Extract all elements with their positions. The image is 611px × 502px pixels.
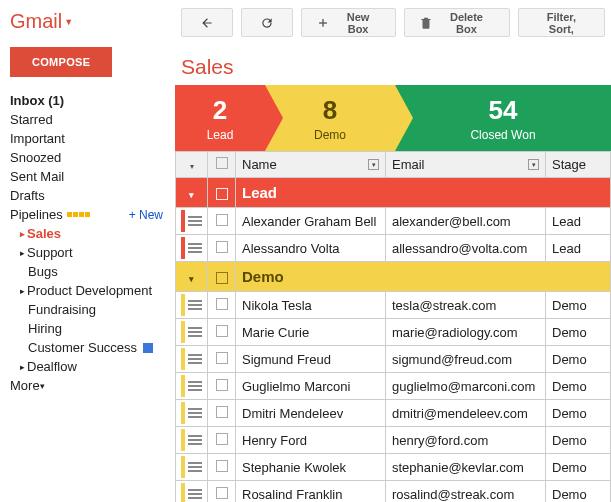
cell-name[interactable]: Nikola Tesla xyxy=(236,292,386,319)
nav-starred[interactable]: Starred xyxy=(10,110,175,129)
header-stage[interactable]: Stage xyxy=(546,152,611,178)
row-handle[interactable] xyxy=(176,208,208,235)
row-checkbox-cell[interactable] xyxy=(208,454,236,481)
cell-stage[interactable]: Demo xyxy=(546,400,611,427)
section-header-demo[interactable]: ▾Demo xyxy=(176,262,611,292)
cell-stage[interactable]: Demo xyxy=(546,319,611,346)
nav-snoozed[interactable]: Snoozed xyxy=(10,148,175,167)
column-menu-icon[interactable]: ▾ xyxy=(368,159,379,170)
nav-drafts[interactable]: Drafts xyxy=(10,186,175,205)
refresh-button[interactable] xyxy=(241,8,293,37)
row-checkbox-cell[interactable] xyxy=(208,235,236,262)
table-row[interactable]: Marie Curiemarie@radiology.comDemo xyxy=(176,319,611,346)
nav-fundraising[interactable]: Fundraising xyxy=(10,300,175,319)
table-row[interactable]: Sigmund Freudsigmund@freud.comDemo xyxy=(176,346,611,373)
cell-email[interactable]: marie@radiology.com xyxy=(386,319,546,346)
row-handle[interactable] xyxy=(176,400,208,427)
table-row[interactable]: Nikola Teslatesla@streak.comDemo xyxy=(176,292,611,319)
cell-email[interactable]: guglielmo@marconi.com xyxy=(386,373,546,400)
row-handle[interactable] xyxy=(176,481,208,503)
compose-button[interactable]: COMPOSE xyxy=(10,47,112,77)
cell-name[interactable]: Alessandro Volta xyxy=(236,235,386,262)
nav-pipelines[interactable]: Pipelines + New xyxy=(10,205,175,224)
back-arrow-icon xyxy=(200,16,214,30)
row-handle[interactable] xyxy=(176,346,208,373)
cell-email[interactable]: henry@ford.com xyxy=(386,427,546,454)
cell-name[interactable]: Sigmund Freud xyxy=(236,346,386,373)
cell-email[interactable]: alexander@bell.com xyxy=(386,208,546,235)
header-email[interactable]: Email▾ xyxy=(386,152,546,178)
table-row[interactable]: Henry Fordhenry@ford.comDemo xyxy=(176,427,611,454)
row-handle[interactable] xyxy=(176,235,208,262)
row-handle[interactable] xyxy=(176,454,208,481)
header-dropdown[interactable]: ▾ xyxy=(176,152,208,178)
new-box-button[interactable]: ＋New Box xyxy=(301,8,396,37)
nav-customersuccess[interactable]: Customer Success xyxy=(10,338,175,357)
cell-stage[interactable]: Demo xyxy=(546,373,611,400)
delete-box-button[interactable]: Delete Box xyxy=(404,8,510,37)
header-name[interactable]: Name▾ xyxy=(236,152,386,178)
table-row[interactable]: Dmitri Mendeleevdmitri@mendeleev.comDemo xyxy=(176,400,611,427)
nav-productdev[interactable]: ▸Product Development xyxy=(10,281,175,300)
row-handle[interactable] xyxy=(176,319,208,346)
column-menu-icon[interactable]: ▾ xyxy=(528,159,539,170)
stage-demo[interactable]: 8 Demo xyxy=(265,85,395,151)
row-checkbox-cell[interactable] xyxy=(208,481,236,503)
cell-name[interactable]: Marie Curie xyxy=(236,319,386,346)
cell-name[interactable]: Dmitri Mendeleev xyxy=(236,400,386,427)
stage-lead[interactable]: 2 Lead xyxy=(175,85,265,151)
table-row[interactable]: Rosalind Franklinrosalind@streak.comDemo xyxy=(176,481,611,503)
cell-name[interactable]: Guglielmo Marconi xyxy=(236,373,386,400)
nav-sales[interactable]: ▸Sales xyxy=(10,224,175,243)
cell-stage[interactable]: Demo xyxy=(546,427,611,454)
row-handle[interactable] xyxy=(176,373,208,400)
table-row[interactable]: Stephanie Kwolekstephanie@kevlar.comDemo xyxy=(176,454,611,481)
stage-closedwon[interactable]: 54 Closed Won xyxy=(395,85,611,151)
cell-stage[interactable]: Demo xyxy=(546,292,611,319)
cell-email[interactable]: allessandro@volta.com xyxy=(386,235,546,262)
row-checkbox-cell[interactable] xyxy=(208,292,236,319)
cell-name[interactable]: Stephanie Kwolek xyxy=(236,454,386,481)
cell-email[interactable]: dmitri@mendeleev.com xyxy=(386,400,546,427)
table-row[interactable]: Alessandro Voltaallessandro@volta.comLea… xyxy=(176,235,611,262)
cell-stage[interactable]: Demo xyxy=(546,346,611,373)
nav-support[interactable]: ▸Support xyxy=(10,243,175,262)
row-checkbox-cell[interactable] xyxy=(208,346,236,373)
row-handle[interactable] xyxy=(176,292,208,319)
cell-name[interactable]: Henry Ford xyxy=(236,427,386,454)
cell-email[interactable]: sigmund@freud.com xyxy=(386,346,546,373)
nav-sentmail[interactable]: Sent Mail xyxy=(10,167,175,186)
back-button[interactable] xyxy=(181,8,233,37)
row-checkbox-cell[interactable] xyxy=(208,208,236,235)
row-checkbox-cell[interactable] xyxy=(208,319,236,346)
logo-area[interactable]: Gmail ▼ xyxy=(10,10,175,33)
row-handle[interactable] xyxy=(176,427,208,454)
section-header-lead[interactable]: ▾Lead xyxy=(176,178,611,208)
nav-hiring[interactable]: Hiring xyxy=(10,319,175,338)
filter-sort-button[interactable]: Filter, Sort, xyxy=(518,8,605,37)
section-checkbox[interactable] xyxy=(216,188,228,200)
row-checkbox-cell[interactable] xyxy=(208,373,236,400)
header-checkbox[interactable] xyxy=(208,152,236,178)
cell-stage[interactable]: Lead xyxy=(546,208,611,235)
cell-stage[interactable]: Lead xyxy=(546,235,611,262)
cell-stage[interactable]: Demo xyxy=(546,481,611,503)
row-checkbox-cell[interactable] xyxy=(208,427,236,454)
section-checkbox[interactable] xyxy=(216,272,228,284)
cell-stage[interactable]: Demo xyxy=(546,454,611,481)
table-row[interactable]: Alexander Graham Bellalexander@bell.comL… xyxy=(176,208,611,235)
cell-name[interactable]: Alexander Graham Bell xyxy=(236,208,386,235)
cell-name[interactable]: Rosalind Franklin xyxy=(236,481,386,503)
row-checkbox-cell[interactable] xyxy=(208,400,236,427)
nav-dealflow[interactable]: ▸Dealflow xyxy=(10,357,175,376)
nav-inbox[interactable]: Inbox (1) xyxy=(10,91,175,110)
nav-bugs[interactable]: Bugs xyxy=(10,262,175,281)
new-pipeline-link[interactable]: + New xyxy=(129,208,163,222)
nav-list: Inbox (1) Starred Important Snoozed Sent… xyxy=(10,91,175,395)
nav-important[interactable]: Important xyxy=(10,129,175,148)
cell-email[interactable]: tesla@streak.com xyxy=(386,292,546,319)
cell-email[interactable]: stephanie@kevlar.com xyxy=(386,454,546,481)
nav-more[interactable]: More ▾ xyxy=(10,376,175,395)
table-row[interactable]: Guglielmo Marconiguglielmo@marconi.comDe… xyxy=(176,373,611,400)
cell-email[interactable]: rosalind@streak.com xyxy=(386,481,546,503)
